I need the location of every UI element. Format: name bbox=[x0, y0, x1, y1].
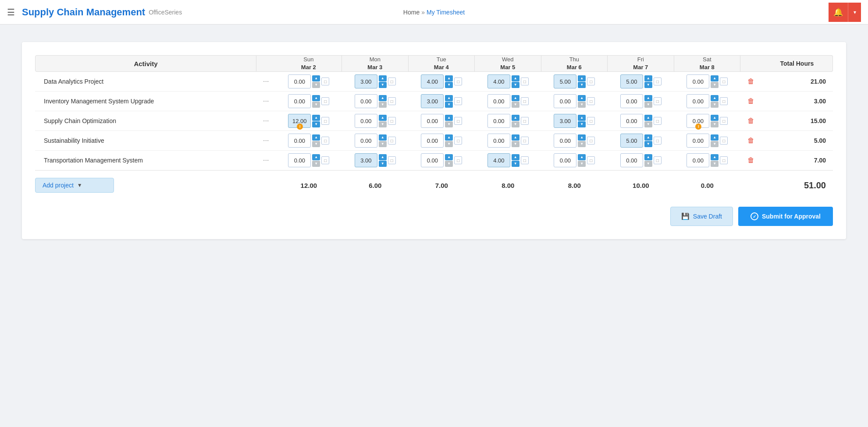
row-3-day-1-decrement[interactable]: ▼ bbox=[379, 141, 387, 147]
row-0-day-1-decrement[interactable]: ▼ bbox=[379, 82, 387, 88]
row-1-day-0-note-button[interactable]: □ bbox=[321, 97, 329, 105]
row-4-day-3-note-button[interactable]: □ bbox=[521, 156, 529, 164]
row-2-day-6-note-button[interactable]: □ bbox=[720, 117, 728, 125]
row-0-day-6-input[interactable] bbox=[687, 74, 709, 88]
row-3-day-0-decrement[interactable]: ▼ bbox=[312, 141, 320, 147]
row-4-day-5-note-button[interactable]: □ bbox=[654, 156, 662, 164]
row-2-day-1-input[interactable] bbox=[355, 114, 377, 128]
row-1-day-6-increment[interactable]: ▲ bbox=[711, 95, 719, 101]
row-1-day-5-decrement[interactable]: ▼ bbox=[644, 102, 652, 108]
row-2-day-3-input[interactable] bbox=[487, 114, 510, 128]
row-4-menu-dots[interactable]: ··· bbox=[256, 151, 276, 170]
row-0-day-4-input[interactable] bbox=[554, 74, 576, 88]
row-1-day-6-input[interactable] bbox=[687, 94, 709, 108]
row-1-day-3-input[interactable] bbox=[487, 94, 510, 108]
row-1-day-6-note-button[interactable]: □ bbox=[720, 97, 728, 105]
row-1-day-3-increment[interactable]: ▲ bbox=[512, 95, 519, 101]
row-0-day-6-increment[interactable]: ▲ bbox=[711, 75, 719, 81]
row-3-day-6-note-button[interactable]: □ bbox=[720, 137, 728, 145]
row-2-day-2-note-button[interactable]: □ bbox=[454, 117, 462, 125]
row-4-day-0-input[interactable] bbox=[288, 153, 311, 167]
row-4-day-0-decrement[interactable]: ▼ bbox=[312, 161, 320, 167]
row-1-day-2-note-button[interactable]: □ bbox=[454, 97, 462, 105]
row-2-day-3-note-button[interactable]: □ bbox=[521, 117, 529, 125]
submit-approval-button[interactable]: ✓ Submit for Approval bbox=[738, 207, 833, 226]
row-0-day-5-input[interactable] bbox=[620, 74, 643, 88]
row-1-day-3-decrement[interactable]: ▼ bbox=[512, 102, 519, 108]
hamburger-icon[interactable]: ☰ bbox=[7, 7, 15, 18]
row-0-day-3-input[interactable] bbox=[487, 74, 510, 88]
row-2-day-6-decrement[interactable]: ▼ bbox=[711, 121, 719, 127]
row-0-day-1-note-button[interactable]: □ bbox=[388, 78, 396, 85]
row-2-day-5-input[interactable] bbox=[620, 114, 643, 128]
row-4-day-0-increment[interactable]: ▲ bbox=[312, 154, 320, 160]
row-4-day-2-decrement[interactable]: ▼ bbox=[445, 161, 453, 167]
row-0-day-0-decrement[interactable]: ▼ bbox=[312, 82, 320, 88]
row-4-day-4-input[interactable] bbox=[554, 153, 576, 167]
row-3-day-2-input[interactable] bbox=[421, 134, 444, 148]
row-2-day-4-decrement[interactable]: ▼ bbox=[578, 121, 586, 127]
row-3-day-3-increment[interactable]: ▲ bbox=[512, 134, 519, 141]
row-2-day-5-increment[interactable]: ▲ bbox=[644, 115, 652, 121]
row-4-day-4-note-button[interactable]: □ bbox=[587, 156, 595, 164]
row-4-day-3-input[interactable] bbox=[487, 153, 510, 167]
row-1-day-5-increment[interactable]: ▲ bbox=[644, 95, 652, 101]
row-3-day-5-input[interactable] bbox=[620, 134, 643, 148]
row-0-day-6-decrement[interactable]: ▼ bbox=[711, 82, 719, 88]
row-3-day-6-increment[interactable]: ▲ bbox=[711, 134, 719, 141]
row-3-day-1-increment[interactable]: ▲ bbox=[379, 134, 387, 141]
row-2-day-4-note-button[interactable]: □ bbox=[587, 117, 595, 125]
row-0-day-2-note-button[interactable]: □ bbox=[454, 78, 462, 85]
add-project-button[interactable]: Add project ▼ bbox=[35, 178, 114, 193]
row-2-menu-dots[interactable]: ··· bbox=[256, 111, 276, 131]
row-0-day-4-increment[interactable]: ▲ bbox=[578, 75, 586, 81]
row-1-menu-dots[interactable]: ··· bbox=[256, 92, 276, 111]
row-2-day-2-input[interactable] bbox=[421, 114, 444, 128]
row-4-day-6-note-button[interactable]: □ bbox=[720, 156, 728, 164]
row-3-day-5-decrement[interactable]: ▼ bbox=[644, 141, 652, 147]
row-0-day-4-decrement[interactable]: ▼ bbox=[578, 82, 586, 88]
row-4-day-6-input[interactable] bbox=[687, 153, 709, 167]
nav-current-page[interactable]: My Timesheet bbox=[427, 9, 465, 16]
row-1-day-4-decrement[interactable]: ▼ bbox=[578, 102, 586, 108]
row-4-delete-button[interactable]: 🗑 bbox=[747, 156, 754, 164]
row-3-day-3-note-button[interactable]: □ bbox=[521, 137, 529, 145]
row-3-day-1-note-button[interactable]: □ bbox=[388, 137, 396, 145]
row-4-day-3-decrement[interactable]: ▼ bbox=[512, 161, 519, 167]
row-1-day-1-increment[interactable]: ▲ bbox=[379, 95, 387, 101]
row-0-day-2-decrement[interactable]: ▼ bbox=[445, 82, 453, 88]
row-2-day-0-increment[interactable]: ▲ bbox=[312, 115, 320, 121]
row-1-day-2-increment[interactable]: ▲ bbox=[445, 95, 453, 101]
row-0-day-0-increment[interactable]: ▲ bbox=[312, 75, 320, 81]
row-0-day-1-increment[interactable]: ▲ bbox=[379, 75, 387, 81]
row-3-day-4-decrement[interactable]: ▼ bbox=[578, 141, 586, 147]
row-3-day-5-increment[interactable]: ▲ bbox=[644, 134, 652, 141]
row-4-day-0-note-button[interactable]: □ bbox=[321, 156, 329, 164]
row-4-day-4-decrement[interactable]: ▼ bbox=[578, 161, 586, 167]
row-2-day-5-decrement[interactable]: ▼ bbox=[644, 121, 652, 127]
row-1-day-1-input[interactable] bbox=[355, 94, 377, 108]
header-dropdown-button[interactable]: ▾ bbox=[848, 3, 861, 22]
row-0-day-5-note-button[interactable]: □ bbox=[654, 78, 662, 85]
row-1-day-5-input[interactable] bbox=[620, 94, 643, 108]
row-4-day-2-increment[interactable]: ▲ bbox=[445, 154, 453, 160]
row-0-day-2-increment[interactable]: ▲ bbox=[445, 75, 453, 81]
row-2-day-4-input[interactable] bbox=[554, 114, 576, 128]
row-1-day-3-note-button[interactable]: □ bbox=[521, 97, 529, 105]
row-3-delete-button[interactable]: 🗑 bbox=[747, 137, 754, 145]
row-3-day-2-decrement[interactable]: ▼ bbox=[445, 141, 453, 147]
row-3-menu-dots[interactable]: ··· bbox=[256, 131, 276, 151]
row-1-day-2-decrement[interactable]: ▼ bbox=[445, 102, 453, 108]
row-3-day-0-note-button[interactable]: □ bbox=[321, 137, 329, 145]
row-0-day-2-input[interactable] bbox=[421, 74, 444, 88]
row-3-day-0-increment[interactable]: ▲ bbox=[312, 134, 320, 141]
row-3-day-2-increment[interactable]: ▲ bbox=[445, 134, 453, 141]
row-2-day-3-decrement[interactable]: ▼ bbox=[512, 121, 519, 127]
row-2-delete-button[interactable]: 🗑 bbox=[747, 117, 754, 125]
row-0-day-3-decrement[interactable]: ▼ bbox=[512, 82, 519, 88]
row-0-day-3-increment[interactable]: ▲ bbox=[512, 75, 519, 81]
row-0-delete-button[interactable]: 🗑 bbox=[747, 78, 754, 85]
row-3-day-6-input[interactable] bbox=[687, 134, 709, 148]
row-4-day-2-note-button[interactable]: □ bbox=[454, 156, 462, 164]
row-3-day-4-note-button[interactable]: □ bbox=[587, 137, 595, 145]
